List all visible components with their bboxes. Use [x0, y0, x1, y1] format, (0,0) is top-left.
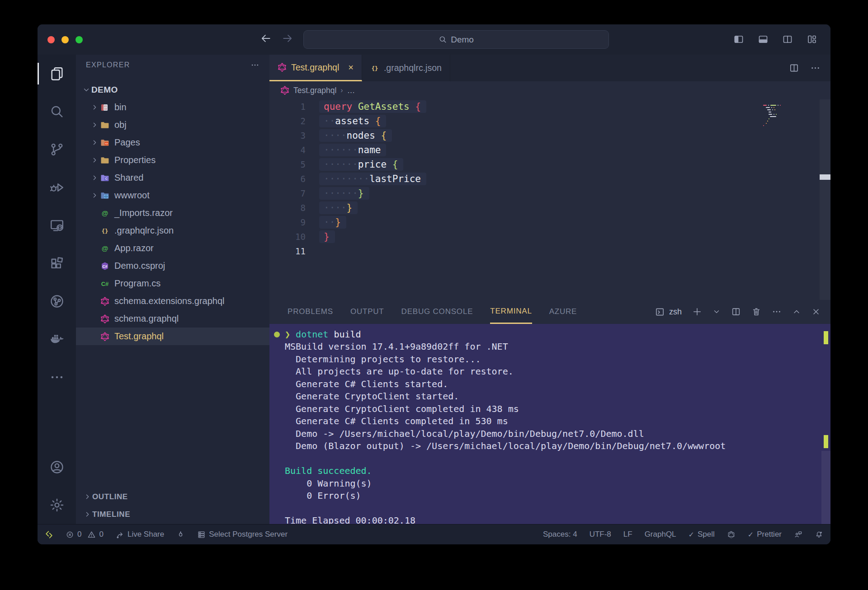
status-live-share[interactable]: Live Share — [116, 530, 164, 539]
line-number: 2 — [269, 116, 306, 126]
activity-run-debug-icon[interactable] — [38, 169, 76, 206]
activity-search-icon[interactable] — [38, 93, 76, 131]
status-spell[interactable]: ✓Spell — [689, 530, 715, 539]
status-encoding[interactable]: UTF-8 — [590, 530, 611, 539]
tab-.graphqlrc.json[interactable]: {}.graphqlrc.json — [362, 55, 450, 81]
status-eol[interactable]: LF — [623, 530, 632, 539]
tab-test.graphql[interactable]: Test.graphql× — [269, 55, 362, 81]
terminal-scrollbar[interactable] — [821, 451, 830, 524]
panel-tab-terminal[interactable]: TERMINAL — [490, 300, 532, 324]
tree-item-properties[interactable]: Properties — [76, 151, 269, 169]
activity-gitlens-icon[interactable] — [38, 282, 76, 320]
breadcrumb-file[interactable]: Test.graphql — [293, 86, 336, 95]
svg-text:C#: C# — [103, 264, 108, 268]
tree-item-obj[interactable]: obj — [76, 116, 269, 134]
activity-source-control-icon[interactable] — [38, 131, 76, 169]
editor-scrollbar-thumb[interactable] — [820, 174, 830, 180]
activity-extensions-icon[interactable] — [38, 244, 76, 282]
history-nav — [260, 33, 293, 44]
tree-root-demo[interactable]: DEMO — [76, 81, 269, 98]
tree-item-schema.graphql[interactable]: schema.graphql — [76, 310, 269, 328]
panel-tab-azure[interactable]: AZURE — [549, 300, 577, 324]
status-indentation[interactable]: Spaces: 4 — [543, 530, 577, 539]
command-decoration-icon[interactable] — [274, 332, 280, 337]
close-window-button[interactable] — [47, 36, 55, 43]
back-arrow-icon[interactable] — [260, 33, 272, 44]
editor-group: Test.graphql×{}.graphqlrc.json Test.grap… — [269, 55, 830, 524]
activity-more-icon[interactable] — [38, 358, 76, 396]
panel-tab-problems[interactable]: PROBLEMS — [288, 300, 333, 324]
panel-more-icon[interactable] — [772, 307, 782, 317]
status-bar: 00Live ShareSelect Postgres Server Space… — [38, 524, 830, 544]
warning-triangle-icon — [87, 530, 96, 539]
panel-tab-output[interactable]: OUTPUT — [350, 300, 384, 324]
close-tab-icon[interactable]: × — [348, 62, 354, 73]
terminal-line: Generate CryptoClient completed in 438 m… — [285, 403, 726, 416]
new-terminal-icon[interactable] — [692, 307, 702, 317]
tab-label: Test.graphql — [291, 62, 339, 73]
tree-item-pages[interactable]: <>Pages — [76, 134, 269, 151]
status-remote-indicator[interactable] — [45, 530, 53, 539]
activity-docker-icon[interactable] — [38, 320, 76, 358]
line-number: 11 — [269, 246, 306, 256]
status-flame[interactable] — [176, 530, 185, 539]
tree-item-schema.extensions.graphql[interactable]: schema.extensions.graphql — [76, 292, 269, 310]
activity-settings-icon[interactable] — [38, 486, 76, 524]
status-prettier[interactable]: ✓Prettier — [748, 530, 782, 539]
tree-item-bin[interactable]: 0110bin — [76, 98, 269, 116]
svg-text:10: 10 — [104, 108, 107, 110]
tree-item-demo.csproj[interactable]: C#Demo.csproj — [76, 257, 269, 275]
kill-terminal-icon[interactable] — [751, 307, 761, 317]
terminal-instance[interactable]: zsh — [655, 307, 682, 317]
line-number: 1 — [269, 102, 306, 112]
csproj-icon: C# — [99, 262, 110, 271]
tree-item-program.cs[interactable]: C#Program.cs — [76, 275, 269, 292]
editor-more-icon[interactable] — [810, 63, 821, 73]
chevron-right-icon — [82, 493, 92, 501]
terminal-dropdown-icon[interactable] — [712, 308, 721, 316]
editor-scrollbar[interactable] — [820, 99, 830, 300]
tree-item-test.graphql[interactable]: Test.graphql — [76, 328, 269, 345]
flame-icon — [176, 530, 185, 539]
toggle-primary-sidebar-icon[interactable] — [732, 33, 745, 46]
split-terminal-icon[interactable] — [731, 307, 741, 317]
tree-item-label: Demo.csproj — [114, 261, 165, 271]
maximize-window-button[interactable] — [75, 36, 83, 43]
tree-item-shared[interactable]: CShared — [76, 169, 269, 187]
customize-layout-icon[interactable] — [805, 33, 819, 46]
line-number: 5 — [269, 159, 306, 169]
status-problems[interactable]: 00 — [66, 530, 104, 539]
status-postgres-server[interactable]: Select Postgres Server — [197, 530, 288, 539]
activity-account-icon[interactable] — [38, 448, 76, 486]
status-notifications[interactable] — [815, 530, 823, 539]
graphql-icon — [278, 63, 287, 72]
terminal-line: Generate CryptoClient started. — [285, 390, 726, 403]
tree-item-wwwroot[interactable]: wwwroot — [76, 187, 269, 204]
minimap[interactable] — [763, 105, 816, 127]
status-feedback[interactable] — [794, 530, 802, 539]
status-graphql-status[interactable] — [727, 530, 736, 539]
split-editor-icon[interactable] — [789, 63, 799, 73]
tree-item-app.razor[interactable]: @App.razor — [76, 239, 269, 257]
section-outline[interactable]: OUTLINE — [76, 488, 269, 506]
breadcrumb-more[interactable]: … — [347, 86, 355, 95]
minimize-window-button[interactable] — [61, 36, 69, 43]
explorer-more-icon[interactable] — [250, 61, 259, 70]
toggle-panel-icon[interactable] — [756, 33, 770, 46]
tree-item-label: schema.extensions.graphql — [114, 296, 224, 306]
forward-arrow-icon[interactable] — [282, 33, 293, 44]
terminal[interactable]: ❯ dotnet buildMSBuild version 17.4.1+9a8… — [269, 324, 830, 524]
tree-item-_imports.razor[interactable]: @_Imports.razor — [76, 204, 269, 222]
status-language-mode[interactable]: GraphQL — [645, 530, 676, 539]
toggle-secondary-sidebar-icon[interactable] — [781, 33, 794, 46]
activity-explorer-icon[interactable] — [38, 55, 76, 93]
folder-shared-icon: C — [99, 173, 110, 183]
command-center-search[interactable]: Demo — [303, 30, 609, 49]
maximize-panel-icon[interactable] — [792, 307, 801, 316]
activity-remote-explorer-icon[interactable] — [38, 206, 76, 244]
section-timeline[interactable]: TIMELINE — [76, 506, 269, 523]
close-panel-icon[interactable] — [811, 307, 821, 316]
code-editor[interactable]: 1query GetAssets {2··assets {3····nodes … — [269, 99, 830, 300]
panel-tab-debug-console[interactable]: DEBUG CONSOLE — [401, 300, 473, 324]
tree-item-.graphqlrc.json[interactable]: {}.graphqlrc.json — [76, 222, 269, 239]
